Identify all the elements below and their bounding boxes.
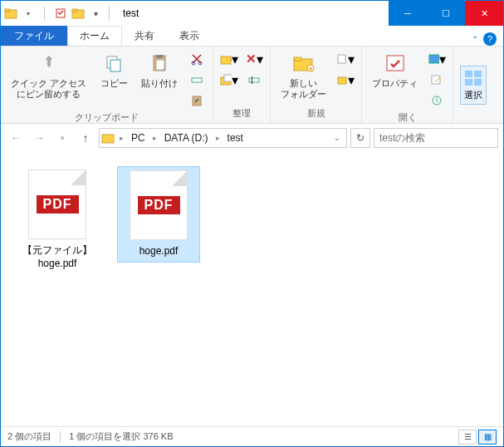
select-label: 選択 — [464, 89, 482, 101]
breadcrumb-drive[interactable]: DATA (D:) — [162, 132, 211, 144]
svg-rect-4 — [72, 9, 77, 12]
status-bar: 2 個の項目 1 個の項目を選択 376 KB ☰ ▦ — [1, 426, 503, 446]
history-icon[interactable] — [428, 91, 446, 110]
navigation-bar: ← → ▾ ↑ ▸ PC ▸ DATA (D:) ▸ test ⌄ ↻ 🔍 — [1, 124, 503, 151]
pin-label: クイック アクセス にピン留めする — [11, 78, 86, 100]
search-box[interactable]: 🔍 — [374, 128, 498, 148]
window-title: test — [123, 7, 139, 19]
svg-rect-16 — [224, 75, 232, 81]
select-icon — [463, 69, 483, 87]
organize-col1: ▾ ▾ — [218, 48, 240, 91]
item-count: 2 個の項目 — [7, 430, 51, 443]
new-item-icon[interactable]: ▾ — [336, 50, 355, 68]
file-item[interactable]: PDF 【元ファイル】 hoge.pdf — [16, 166, 99, 273]
qat-properties-icon[interactable] — [52, 5, 69, 22]
select-button[interactable]: 選択 — [460, 66, 487, 105]
svg-rect-32 — [474, 79, 482, 86]
svg-rect-14 — [221, 56, 231, 64]
svg-rect-8 — [156, 55, 163, 58]
pin-button[interactable]: クイック アクセス にピン留めする — [6, 48, 91, 101]
ribbon-controls: ⌃ ? — [472, 32, 503, 46]
svg-rect-31 — [465, 79, 472, 86]
file-list[interactable]: PDF 【元ファイル】 hoge.pdf PDF hoge.pdf — [1, 151, 503, 426]
svg-rect-25 — [387, 56, 404, 71]
home-tab[interactable]: ホーム — [67, 26, 122, 46]
help-icon[interactable]: ? — [483, 32, 497, 46]
paste-shortcut-icon[interactable] — [188, 91, 206, 110]
select-group: 選択 — [453, 47, 493, 123]
cut-icon[interactable] — [188, 50, 206, 68]
address-bar[interactable]: ▸ PC ▸ DATA (D:) ▸ test ⌄ — [99, 128, 347, 148]
copy-label: コピー — [100, 78, 128, 89]
paste-icon — [146, 50, 173, 76]
edit-icon[interactable] — [428, 71, 446, 89]
chevron-right-icon[interactable]: ▸ — [216, 134, 220, 142]
search-input[interactable] — [379, 132, 504, 144]
ribbon: クイック アクセス にピン留めする コピー 貼り付け クリップボード — [1, 47, 503, 124]
copy-to-icon[interactable]: ▾ — [220, 71, 238, 89]
details-view-button[interactable]: ☰ — [458, 430, 477, 445]
copy-button[interactable]: コピー — [95, 48, 133, 91]
minimize-button[interactable]: ─ — [389, 1, 427, 26]
collapse-ribbon-icon[interactable]: ⌃ — [472, 35, 478, 44]
svg-rect-9 — [156, 60, 164, 70]
qat-overflow[interactable]: ▾ — [87, 5, 104, 22]
divider — [60, 431, 61, 443]
explorer-window: ▾ ▾ test ─ ☐ ✕ ファイル ホーム 共有 表示 ⌃ ? — [0, 0, 504, 447]
breadcrumb-pc[interactable]: PC — [129, 132, 148, 144]
delete-icon[interactable]: ✕▾ — [245, 50, 263, 68]
svg-rect-30 — [474, 71, 482, 77]
svg-rect-12 — [192, 78, 202, 82]
svg-rect-6 — [110, 60, 120, 71]
view-tab[interactable]: 表示 — [167, 26, 212, 46]
view-mode-buttons: ☰ ▦ — [458, 430, 497, 445]
properties-button[interactable]: プロパティ — [367, 48, 423, 91]
maximize-button[interactable]: ☐ — [427, 1, 465, 26]
separator — [109, 6, 110, 21]
quick-access-toolbar: ▾ ▾ — [4, 5, 104, 22]
clipboard-small — [186, 48, 208, 111]
organize-group-label: 整理 — [232, 107, 251, 121]
open-icon[interactable]: ▾ — [428, 50, 446, 68]
back-button[interactable]: ← — [6, 128, 26, 148]
svg-rect-33 — [102, 135, 114, 143]
chevron-right-icon[interactable]: ▸ — [153, 134, 157, 142]
rename-icon[interactable] — [245, 71, 263, 89]
folder-icon — [71, 7, 85, 20]
refresh-button[interactable]: ↻ — [350, 128, 370, 148]
qat-dropdown[interactable]: ▾ — [20, 5, 37, 22]
copy-path-icon[interactable] — [188, 71, 206, 89]
file-tab[interactable]: ファイル — [1, 26, 67, 46]
recent-dropdown[interactable]: ▾ — [52, 128, 72, 148]
close-button[interactable]: ✕ — [465, 1, 503, 26]
new-folder-button[interactable]: ★ 新しい フォルダー — [276, 48, 331, 101]
address-dropdown[interactable]: ⌄ — [330, 134, 345, 142]
up-button[interactable]: ↑ — [76, 128, 95, 148]
window-controls: ─ ☐ ✕ — [389, 1, 503, 26]
open-small: ▾ — [426, 48, 448, 111]
ribbon-tabs: ファイル ホーム 共有 表示 ⌃ ? — [1, 26, 503, 47]
svg-text:★: ★ — [308, 66, 313, 71]
move-to-icon[interactable]: ▾ — [220, 50, 238, 68]
properties-icon — [382, 50, 409, 76]
clipboard-group: クイック アクセス にピン留めする コピー 貼り付け クリップボード — [1, 47, 213, 123]
file-item[interactable]: PDF hoge.pdf — [117, 166, 200, 263]
icons-view-button[interactable]: ▦ — [478, 430, 497, 445]
pdf-file-icon: PDF — [28, 169, 86, 239]
forward-button[interactable]: → — [29, 128, 49, 148]
new-folder-icon: ★ — [291, 50, 317, 76]
new-folder-label: 新しい フォルダー — [281, 78, 326, 100]
easy-access-icon[interactable]: ▾ — [336, 71, 355, 89]
svg-rect-20 — [294, 57, 301, 61]
svg-rect-17 — [249, 78, 259, 82]
breadcrumb-folder[interactable]: test — [225, 132, 246, 144]
paste-button[interactable]: 貼り付け — [136, 48, 183, 91]
separator — [44, 6, 45, 21]
pdf-badge: PDF — [138, 196, 180, 214]
selection-info: 1 個の項目を選択 376 KB — [69, 430, 173, 443]
share-tab[interactable]: 共有 — [122, 26, 167, 46]
open-group: プロパティ ▾ 開く — [362, 47, 453, 123]
svg-rect-18 — [252, 76, 252, 84]
chevron-right-icon[interactable]: ▸ — [120, 134, 124, 142]
copy-icon — [100, 50, 127, 76]
